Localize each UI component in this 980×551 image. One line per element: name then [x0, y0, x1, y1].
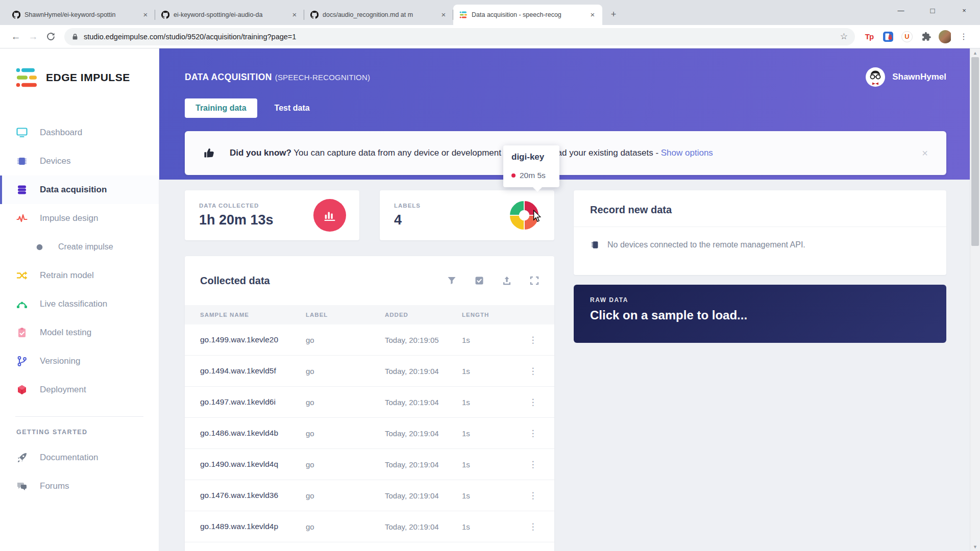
sidebar-item-label: Impulse design [40, 213, 98, 223]
address-bar[interactable]: studio.edgeimpulse.com/studio/9520/acqui… [64, 28, 855, 45]
sample-name[interactable]: go.1490.wav.1kevld4q [200, 460, 306, 469]
sidebar-item-versioning[interactable]: Versioning [0, 347, 159, 375]
tab-title: ShawnHymel/ei-keyword-spottin [24, 11, 141, 18]
collected-data-card: Collected data SAMPLE NAME LABEL ADDED L… [185, 256, 554, 551]
sidebar-divider [15, 416, 143, 417]
sidebar-item-deployment[interactable]: Deployment [0, 375, 159, 404]
row-menu-icon[interactable]: ⋮ [527, 397, 539, 408]
bar-chart-icon [313, 199, 346, 232]
sample-length: 1s [462, 522, 527, 531]
extension-ublock-icon[interactable]: U [901, 31, 913, 42]
sidebar-nav: DashboardDevicesData acquisitionImpulse … [0, 118, 159, 500]
user-menu[interactable]: ShawnHymel [865, 67, 946, 87]
sample-name[interactable]: go.1497.wav.1kevld6i [200, 397, 306, 407]
page-scrollbar[interactable]: ▲ ▼ [970, 48, 980, 551]
row-menu-icon[interactable]: ⋮ [527, 459, 539, 470]
info-banner: Did you know? You can capture data from … [185, 131, 946, 175]
browser-tab[interactable]: docs/audio_recognition.md at m× [304, 5, 453, 25]
tab-title: Data acquisition - speech-recog [472, 11, 588, 18]
sidebar-item-label: Dashboard [40, 128, 82, 138]
no-devices-message: No devices connected to the remote manag… [607, 240, 805, 249]
expand-icon[interactable] [530, 276, 539, 285]
sidebar-item-label: Deployment [40, 385, 86, 395]
back-icon[interactable]: ← [7, 28, 24, 45]
window-maximize-icon[interactable]: □ [917, 0, 948, 20]
sidebar-item-label: Versioning [40, 356, 80, 366]
sidebar-item-devices[interactable]: Devices [0, 147, 159, 176]
window-close-icon[interactable]: × [948, 0, 980, 20]
sample-added: Today, 20:19:04 [385, 398, 462, 407]
sample-name[interactable]: go.1494.wav.1kevld5f [200, 366, 306, 375]
tab-close-icon[interactable]: × [141, 10, 150, 19]
record-new-data-card: Record new data No devices connected to … [574, 190, 946, 275]
filter-icon[interactable] [447, 276, 456, 285]
sidebar-item-create-impulse[interactable]: Create impulse [0, 233, 159, 261]
table-row[interactable]: go.1489.wav.1kevld4pgoToday, 20:19:041s⋮ [185, 511, 554, 542]
sidebar-item-model-testing[interactable]: Model testing [0, 318, 159, 347]
tooltip-label: digi-key [503, 152, 559, 162]
sidebar-item-label: Forums [40, 481, 69, 491]
tab-training-data[interactable]: Training data [185, 98, 257, 118]
project-name: (SPEECH-RECOGNITION) [275, 73, 371, 82]
select-samples-icon[interactable] [475, 276, 484, 285]
new-tab-button[interactable]: + [606, 8, 621, 22]
sample-added: Today, 20:19:04 [385, 429, 462, 438]
sample-length: 1s [462, 491, 527, 500]
sidebar-item-documentation[interactable]: Documentation [0, 443, 159, 472]
sample-name[interactable]: go.1489.wav.1kevld4p [200, 522, 306, 531]
browser-menu-icon[interactable]: ⋮ [958, 32, 970, 41]
sample-length: 1s [462, 367, 527, 375]
browser-tab[interactable]: ShawnHymel/ei-keyword-spottin× [6, 5, 155, 25]
refresh-icon[interactable] [42, 28, 59, 45]
edge-impulse-logo[interactable]: EDGE IMPULSE [15, 67, 159, 88]
table-row[interactable]: go.1497.wav.1kevld6igoToday, 20:19:041s⋮ [185, 387, 554, 418]
tab-close-icon[interactable]: × [290, 10, 299, 19]
brand-name: EDGE IMPULSE [46, 71, 130, 84]
show-options-link[interactable]: Show options [661, 148, 713, 158]
tab-close-icon[interactable]: × [439, 10, 448, 19]
sample-name[interactable]: go.1486.wav.1kevld4b [200, 429, 306, 438]
table-row[interactable]: go.1476.wav.1kevld36goToday, 20:19:041s⋮ [185, 480, 554, 511]
browser-tab[interactable]: ei-keyword-spotting/ei-audio-da× [155, 5, 304, 25]
row-menu-icon[interactable]: ⋮ [527, 490, 539, 501]
sample-label: go [306, 367, 385, 375]
sidebar-item-retrain-model[interactable]: Retrain model [0, 261, 159, 290]
sample-added: Today, 20:19:04 [385, 491, 462, 500]
row-menu-icon[interactable]: ⋮ [527, 521, 539, 532]
table-row[interactable]: go.1486.wav.1kevld4bgoToday, 20:19:041s⋮ [185, 418, 554, 449]
extensions-puzzle-icon[interactable] [920, 31, 932, 43]
table-row[interactable]: go.1490.wav.1kevld4qgoToday, 20:19:041s⋮ [185, 449, 554, 480]
scrollbar-down-icon[interactable]: ▼ [970, 542, 980, 551]
sidebar-item-live-classification[interactable]: Live classification [0, 290, 159, 318]
browser-tab[interactable]: Data acquisition - speech-recog× [453, 5, 602, 25]
bookmark-star-icon[interactable]: ☆ [840, 31, 848, 42]
main-area: DATA ACQUISITION(SPEECH-RECOGNITION) [159, 48, 970, 551]
github-icon [161, 11, 169, 19]
live-classification-icon [16, 298, 28, 310]
table-row[interactable]: go.1499.wav.1kevle20goToday, 20:19:051s⋮ [185, 324, 554, 356]
sample-label: go [306, 522, 385, 531]
deployment-icon [16, 384, 28, 395]
sidebar-item-impulse-design[interactable]: Impulse design [0, 204, 159, 233]
browser-profile-avatar[interactable] [939, 31, 951, 43]
row-menu-icon[interactable]: ⋮ [527, 366, 539, 377]
forward-icon[interactable]: → [24, 28, 42, 45]
extension-tp-icon[interactable]: Tp [863, 31, 875, 43]
table-row[interactable]: go.1494.wav.1kevld5fgoToday, 20:19:041s⋮ [185, 356, 554, 387]
sidebar-item-forums[interactable]: Forums [0, 472, 159, 500]
scrollbar-up-icon[interactable]: ▲ [970, 48, 980, 57]
banner-close-icon[interactable]: × [922, 147, 928, 159]
row-menu-icon[interactable]: ⋮ [527, 335, 539, 345]
sidebar-item-data-acquisition[interactable]: Data acquisition [0, 176, 159, 204]
upload-icon[interactable] [502, 276, 511, 285]
scrollbar-thumb[interactable] [971, 57, 979, 246]
sample-name[interactable]: go.1499.wav.1kevle20 [200, 335, 306, 344]
window-minimize-icon[interactable]: — [885, 0, 917, 20]
extension-password-icon[interactable] [882, 31, 894, 43]
sample-added: Today, 20:19:04 [385, 367, 462, 375]
tab-close-icon[interactable]: × [588, 10, 597, 19]
row-menu-icon[interactable]: ⋮ [527, 428, 539, 439]
tab-test-data[interactable]: Test data [275, 104, 310, 113]
sidebar-item-dashboard[interactable]: Dashboard [0, 118, 159, 147]
sample-name[interactable]: go.1476.wav.1kevld36 [200, 491, 306, 500]
